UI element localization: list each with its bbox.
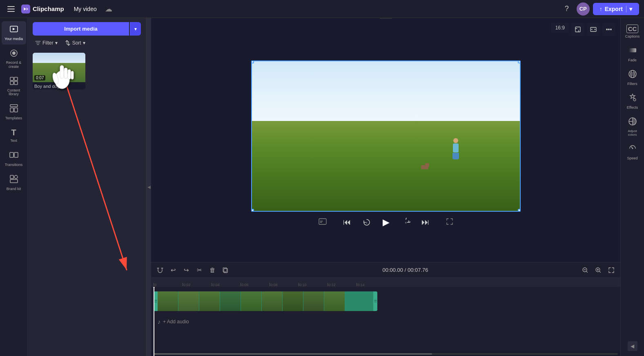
speed-icon: [628, 144, 637, 155]
svg-rect-7: [14, 81, 18, 85]
clip-frame-8: [303, 291, 324, 311]
content-library-icon: [9, 76, 18, 87]
svg-rect-4: [10, 77, 13, 81]
add-audio-row[interactable]: ♪ + Add audio: [151, 316, 620, 328]
captions-button[interactable]: [319, 218, 327, 226]
fit-timeline-button[interactable]: [606, 264, 617, 276]
fade-icon: [628, 46, 637, 57]
sidebar-item-templates[interactable]: Templates: [2, 101, 26, 124]
ruler-mark-1: 0:02: [183, 283, 212, 287]
timeline-toolbar: ▼ ↩ ↪ ✂ 🗑 00:00.00 / 00:07.76: [151, 262, 620, 278]
sidebar-item-adjust-colors[interactable]: Adjust colors: [622, 114, 643, 140]
your-media-icon: [9, 25, 18, 36]
svg-text:5: 5: [366, 222, 368, 224]
filter-sort-row: Filter ▾ Sort ▾: [33, 39, 141, 47]
svg-rect-9: [10, 108, 13, 112]
video-title[interactable]: My video: [71, 4, 100, 14]
svg-rect-25: [629, 48, 636, 52]
clip-frame-3: [199, 291, 220, 311]
sidebar-item-your-media[interactable]: Your media: [2, 21, 26, 45]
fullscreen-button[interactable]: [446, 218, 453, 227]
undo-button[interactable]: ↩: [167, 264, 179, 276]
more-button[interactable]: •••: [602, 23, 615, 36]
import-media-chevron[interactable]: ▾: [130, 22, 141, 36]
sidebar-item-fade[interactable]: Fade: [622, 43, 643, 65]
export-chevron[interactable]: ▾: [626, 6, 633, 12]
resize-button[interactable]: [587, 23, 600, 36]
skip-back-button[interactable]: ⏮: [340, 215, 354, 230]
resize-handle-bl[interactable]: [251, 209, 254, 212]
cut-button[interactable]: ✂: [194, 264, 205, 276]
timeline-zoom-controls: [579, 264, 617, 276]
adjust-colors-label: Adjust colors: [624, 129, 642, 137]
play-button[interactable]: ▶: [379, 215, 394, 230]
video-track-row: and dog running ⠿: [151, 287, 620, 316]
clip-frame-5: [241, 291, 261, 311]
music-icon: ♪: [158, 318, 160, 325]
menu-button[interactable]: [5, 2, 18, 16]
resize-handle-tl[interactable]: [251, 60, 254, 63]
svg-rect-8: [10, 105, 18, 107]
video-clip[interactable]: ⠿: [154, 291, 377, 311]
sidebar-item-text[interactable]: T Text: [2, 125, 26, 146]
video-scene-field: [252, 121, 520, 211]
sort-button[interactable]: Sort ▾: [62, 39, 88, 47]
sidebar-item-captions[interactable]: CC Captions: [622, 21, 643, 42]
crop-button[interactable]: [571, 23, 584, 36]
export-button[interactable]: ↑ Export ▾: [593, 3, 639, 15]
media-label-1: Boy and dog ...: [33, 82, 85, 90]
help-button[interactable]: ?: [560, 2, 573, 16]
svg-rect-10: [14, 108, 18, 112]
sidebar-item-record-create[interactable]: Record &create: [2, 45, 26, 72]
copy-button[interactable]: [220, 264, 231, 276]
filter-button[interactable]: Filter ▾: [33, 39, 60, 47]
sidebar-item-content-library[interactable]: Contentlibrary: [2, 73, 26, 100]
aspect-ratio-button[interactable]: 16:9: [551, 23, 569, 33]
sidebar-item-text-label: Text: [10, 139, 17, 143]
magnet-tool-button[interactable]: [154, 264, 166, 276]
playback-controls: ⏮ 5 ▶ 5 ⏭: [319, 212, 453, 231]
skip-forward-button[interactable]: ⏭: [418, 215, 433, 230]
sidebar-item-templates-label: Templates: [5, 116, 22, 121]
zoom-out-button[interactable]: [579, 264, 591, 276]
timeline-scrollbar[interactable]: [151, 352, 620, 356]
timeline-content: 0 0:02 0:04 0:06: [151, 278, 620, 356]
sidebar-item-effects[interactable]: Effects: [622, 90, 643, 113]
timeline-ruler: 0 0:02 0:04 0:06: [151, 278, 620, 287]
resize-handle-tr[interactable]: [518, 60, 521, 63]
delete-button[interactable]: 🗑: [207, 264, 218, 276]
sidebar-item-filters[interactable]: Filters: [622, 66, 643, 89]
clip-handle-right[interactable]: ⠿: [373, 291, 377, 311]
ruler-mark-3: 0:06: [241, 283, 270, 287]
collapse-handle[interactable]: ◀: [146, 18, 151, 356]
app-logo: Clipchamp: [21, 4, 64, 13]
timeline-area: ▼ ↩ ↪ ✂ 🗑 00:00.00 / 00:07.76: [151, 262, 620, 356]
clip-frame-9: [324, 291, 345, 311]
video-frame[interactable]: ↻: [251, 60, 521, 212]
svg-rect-11: [10, 152, 13, 157]
svg-text:5: 5: [405, 222, 407, 224]
timeline-collapse-top[interactable]: ▼: [380, 18, 392, 19]
resize-handle-br[interactable]: [518, 209, 521, 212]
right-sidebar-collapse[interactable]: ◀: [628, 341, 637, 351]
svg-rect-13: [10, 175, 13, 179]
sidebar-item-your-media-label: Your media: [4, 37, 23, 41]
aspect-ratio-container: 16:9: [551, 23, 569, 33]
sidebar-item-speed[interactable]: Speed: [622, 141, 643, 163]
topbar: Clipchamp My video ☁ ? CP ↑ Export ▾: [0, 0, 644, 18]
timeline-playhead[interactable]: [154, 287, 154, 356]
media-item-1[interactable]: 0:07 Boy and dog ...: [33, 53, 85, 90]
avatar[interactable]: CP: [577, 2, 590, 16]
forward-5-button[interactable]: 5: [399, 215, 413, 230]
sidebar-item-transitions-label: Transitions: [5, 163, 23, 167]
redo-button[interactable]: ↪: [180, 264, 192, 276]
import-media-button[interactable]: Import media: [33, 22, 129, 36]
sidebar-item-transitions[interactable]: Transitions: [2, 147, 26, 170]
svg-point-14: [14, 175, 18, 179]
sidebar-item-content-label: Contentlibrary: [7, 89, 20, 97]
rewind-5-button[interactable]: 5: [359, 215, 374, 230]
figure-dog: [421, 165, 428, 172]
zoom-in-button[interactable]: [593, 264, 604, 276]
sidebar-item-brand-kit[interactable]: Brand kit: [2, 171, 26, 195]
import-btn-wrap: Import media ▾: [33, 22, 141, 36]
